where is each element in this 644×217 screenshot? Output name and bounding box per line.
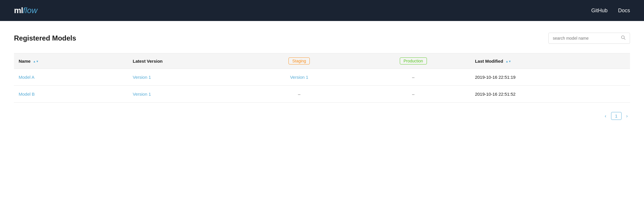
svg-line-1: [624, 38, 625, 40]
logo-ml: ml: [14, 6, 23, 15]
table-header: Name ▲▼ Latest Version Staging Productio…: [14, 53, 630, 69]
next-page-button[interactable]: ›: [624, 112, 630, 120]
header-nav: GitHub Docs: [591, 8, 630, 14]
col-header-staging: Staging: [242, 53, 356, 69]
col-header-production: Production: [356, 53, 470, 69]
model-b-name-cell: Model B: [14, 86, 128, 103]
table-container: Name ▲▼ Latest Version Staging Productio…: [14, 53, 630, 103]
docs-link[interactable]: Docs: [618, 8, 630, 14]
model-b-production-cell: –: [356, 86, 470, 103]
search-input[interactable]: [553, 36, 619, 41]
search-icon: [621, 35, 626, 41]
search-box: [548, 33, 630, 44]
current-page[interactable]: 1: [611, 112, 622, 120]
model-b-production-dash: –: [412, 92, 414, 97]
model-a-modified-cell: 2019-10-16 22:51:19: [470, 69, 630, 86]
model-a-latest-version-cell: Version 1: [128, 69, 242, 86]
model-b-link[interactable]: Model B: [19, 92, 35, 97]
header: mlflow GitHub Docs: [0, 0, 644, 21]
model-b-latest-version-link[interactable]: Version 1: [133, 92, 151, 97]
model-a-link[interactable]: Model A: [19, 75, 34, 80]
modified-sort-arrows[interactable]: ▲▼: [506, 60, 511, 63]
main-content: Registered Models Name ▲▼ Latest: [0, 21, 644, 217]
model-b-modified-value: 2019-10-16 22:51:52: [475, 92, 515, 97]
model-b-modified-cell: 2019-10-16 22:51:52: [470, 86, 630, 103]
model-a-staging-cell: Version 1: [242, 69, 356, 86]
col-header-name[interactable]: Name ▲▼: [14, 53, 128, 69]
table-row: Model A Version 1 Version 1 – 2019-10-16…: [14, 69, 630, 86]
col-header-last-modified[interactable]: Last Modified ▲▼: [470, 53, 630, 69]
pagination: ‹ 1 ›: [14, 112, 630, 120]
model-b-latest-version-cell: Version 1: [128, 86, 242, 103]
table-row: Model B Version 1 – – 2019-10-16 22:51:5…: [14, 86, 630, 103]
model-b-staging-dash: –: [298, 92, 300, 97]
staging-badge: Staging: [288, 57, 310, 64]
github-link[interactable]: GitHub: [591, 8, 608, 14]
production-badge: Production: [400, 57, 427, 64]
table-body: Model A Version 1 Version 1 – 2019-10-16…: [14, 69, 630, 103]
models-table: Name ▲▼ Latest Version Staging Productio…: [14, 53, 630, 103]
logo-flow: flow: [23, 6, 38, 15]
model-a-production-dash: –: [412, 75, 414, 80]
logo: mlflow: [14, 6, 37, 15]
model-a-modified-value: 2019-10-16 22:51:19: [475, 75, 515, 80]
name-sort-arrows[interactable]: ▲▼: [33, 60, 39, 63]
prev-page-button[interactable]: ‹: [602, 112, 608, 120]
model-a-latest-version-link[interactable]: Version 1: [133, 75, 151, 80]
model-a-production-cell: –: [356, 69, 470, 86]
page-title: Registered Models: [14, 34, 76, 42]
page-header: Registered Models: [14, 33, 630, 44]
model-b-staging-cell: –: [242, 86, 356, 103]
col-header-latest-version: Latest Version: [128, 53, 242, 69]
model-a-staging-link[interactable]: Version 1: [290, 75, 308, 80]
model-a-name-cell: Model A: [14, 69, 128, 86]
